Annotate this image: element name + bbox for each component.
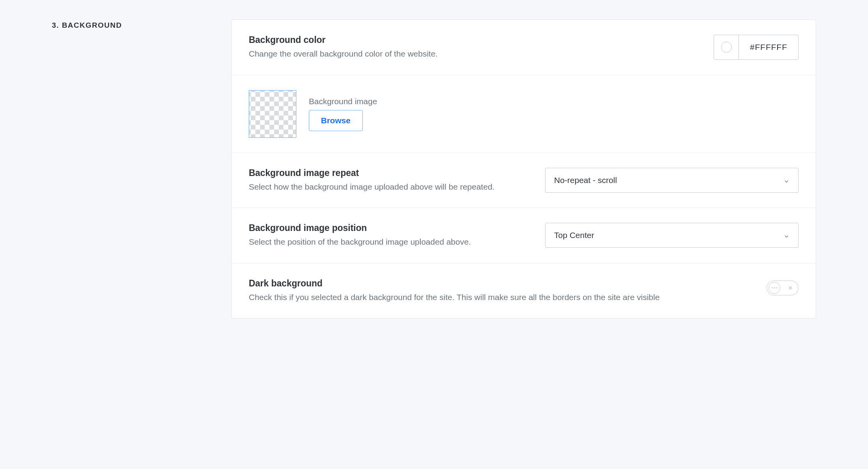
- background-position-select[interactable]: Top Center: [545, 223, 799, 248]
- background-image-label: Background image: [309, 97, 377, 106]
- color-swatch-box: [714, 35, 739, 59]
- background-repeat-description: Select how the background image uploaded…: [249, 181, 498, 193]
- background-position-description: Select the position of the background im…: [249, 236, 498, 248]
- dark-background-toggle[interactable]: ✕: [767, 281, 799, 295]
- dark-background-title: Dark background: [249, 278, 751, 289]
- background-image-row: Background image Browse: [232, 75, 816, 153]
- background-repeat-value: No-repeat - scroll: [554, 176, 617, 185]
- background-color-title: Background color: [249, 35, 698, 45]
- background-repeat-row: Background image repeat Select how the b…: [232, 153, 816, 208]
- background-color-description: Change the overall background color of t…: [249, 48, 698, 60]
- dark-background-row: Dark background Check this if you select…: [232, 263, 816, 318]
- section-heading: 3. BACKGROUND: [52, 20, 122, 318]
- close-icon: ✕: [788, 285, 793, 291]
- toggle-knob: [769, 282, 780, 294]
- dark-background-description: Check this if you selected a dark backgr…: [249, 291, 751, 304]
- background-position-value: Top Center: [554, 231, 594, 240]
- color-hex-value: #FFFFFF: [739, 35, 798, 59]
- background-position-title: Background image position: [249, 223, 498, 233]
- browse-button[interactable]: Browse: [309, 110, 363, 131]
- section-number: 3.: [52, 21, 59, 29]
- chevron-down-icon: [783, 177, 790, 183]
- background-settings-panel: Background color Change the overall back…: [231, 20, 816, 318]
- background-repeat-title: Background image repeat: [249, 168, 498, 178]
- background-image-thumbnail[interactable]: [249, 90, 296, 138]
- color-swatch-circle: [721, 42, 732, 53]
- background-color-row: Background color Change the overall back…: [232, 20, 816, 75]
- section-title: BACKGROUND: [62, 21, 122, 29]
- background-position-row: Background image position Select the pos…: [232, 208, 816, 263]
- chevron-down-icon: [783, 232, 790, 238]
- background-color-picker[interactable]: #FFFFFF: [714, 35, 799, 60]
- background-repeat-select[interactable]: No-repeat - scroll: [545, 168, 799, 193]
